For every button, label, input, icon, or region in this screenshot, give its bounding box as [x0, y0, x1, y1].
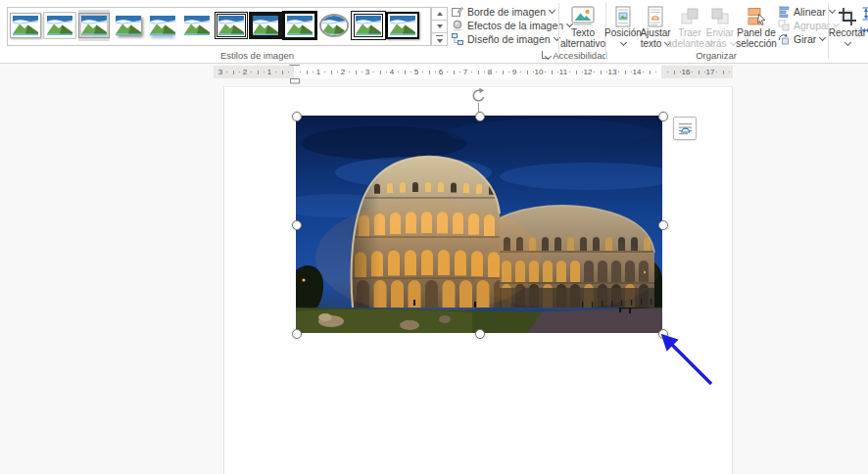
picture-effects-icon: [452, 20, 463, 31]
resize-handle-top-left[interactable]: [292, 112, 302, 121]
picture-border-label: Borde de imagen: [467, 6, 546, 18]
accessibility-group-label: Accesibilidad: [550, 50, 610, 61]
picture-layout-button[interactable]: Diseño de imagen: [452, 32, 559, 45]
ruler-number: 16: [681, 68, 691, 76]
picture-styles-group-label: Estilos de imagen: [176, 50, 338, 61]
ruler-number: 12: [583, 68, 593, 76]
alt-text-icon: [571, 6, 595, 26]
bring-forward-button: Traer adelante: [674, 4, 705, 49]
ruler-number: 9: [509, 68, 519, 76]
chevron-down-icon: [619, 38, 626, 45]
gallery-scroll-up-button[interactable]: [431, 7, 448, 21]
shape-width-spinner[interactable]: [860, 24, 868, 37]
ruler-number: 5: [411, 68, 421, 76]
left-indent-marker[interactable]: [290, 78, 300, 84]
ruler-number: 2: [338, 68, 348, 76]
crop-icon: [838, 7, 857, 26]
selection-pane-label-2: selección: [736, 39, 777, 50]
selection-pane-icon: [746, 6, 767, 27]
picture-effects-label: Efectos de la imagen: [467, 20, 563, 31]
alt-text-label-1: Texto: [571, 28, 595, 39]
resize-handle-bottom-center[interactable]: [475, 329, 485, 339]
triangle-up-icon: [437, 12, 443, 16]
ruler-number: 11: [558, 68, 568, 76]
organize-group-label: Organizar: [647, 50, 786, 61]
picture-style-drop-shadow[interactable]: [113, 10, 144, 41]
picture-style-thick-black[interactable]: [250, 10, 281, 41]
picture-style-soft-edge[interactable]: [181, 10, 213, 41]
alt-text-button[interactable]: Texto alternativo: [560, 4, 605, 49]
picture-effects-button[interactable]: Efectos de la imagen: [452, 19, 572, 31]
shape-height-spinner[interactable]: [860, 7, 868, 21]
picture-style-framed-black[interactable]: [387, 10, 418, 41]
rotate-button[interactable]: Girar: [778, 32, 825, 45]
group-label: Agrupar: [794, 20, 830, 31]
ruler-number: 2: [240, 68, 250, 76]
picture-border-icon: [452, 6, 463, 18]
triangle-down-icon: [437, 24, 443, 28]
picture-style-double-black[interactable]: [216, 10, 247, 41]
position-label: Posición: [604, 28, 642, 39]
colosseum-photo: [296, 116, 662, 333]
bring-forward-label-2: adelante: [666, 38, 703, 49]
ruler-number: 8: [485, 68, 495, 76]
send-backward-label-2: atrás: [704, 38, 726, 49]
document-canvas: [0, 86, 868, 474]
send-backward-icon: [710, 7, 730, 26]
ruler-number: 10: [534, 68, 544, 76]
picture-style-reflection[interactable]: [147, 10, 178, 41]
resize-handle-top-center[interactable]: [475, 112, 485, 121]
rotate-icon: [778, 33, 790, 45]
picture-layout-label: Diseño de imagen: [467, 33, 551, 45]
selection-pane-label-1: Panel de: [737, 28, 775, 39]
wrap-text-icon: [646, 6, 665, 27]
align-button[interactable]: Alinear: [778, 5, 835, 18]
send-backward-button: Enviar atrás: [705, 4, 735, 49]
more-bar-icon: [436, 35, 443, 36]
layout-options-button[interactable]: [673, 117, 697, 140]
ruler-number: 1: [313, 68, 323, 76]
resize-handle-middle-left[interactable]: [292, 220, 302, 230]
group-objects-icon: [778, 20, 790, 31]
align-label: Alinear: [794, 6, 826, 18]
ruler-number: 3: [216, 68, 225, 76]
picture-style-simple-white[interactable]: [10, 10, 41, 41]
resize-handle-bottom-left[interactable]: [292, 329, 302, 339]
picture-border-button[interactable]: Borde de imagen: [452, 5, 555, 18]
position-button[interactable]: Posición: [607, 4, 639, 49]
layout-options-icon: [678, 121, 693, 135]
ruler-number: 7: [460, 68, 470, 76]
picture-style-beveled-white[interactable]: [44, 10, 75, 41]
picture-layout-icon: [452, 33, 463, 45]
picture-style-oval[interactable]: [318, 10, 350, 41]
resize-handle-middle-right[interactable]: [658, 220, 668, 230]
ruler-number: 1: [265, 68, 274, 76]
gallery-scroll-down-button[interactable]: [431, 20, 448, 33]
ruler-number: 4: [387, 68, 397, 76]
horizontal-ruler: 32112345678910111213141617: [0, 63, 868, 86]
annotation-arrow: [651, 327, 725, 396]
chevron-down-icon: [844, 38, 850, 45]
picture-styles-track: [10, 10, 418, 41]
align-icon: [778, 6, 790, 18]
ruler-number: 14: [632, 68, 642, 76]
selection-pane-button[interactable]: Panel de selección: [735, 4, 778, 49]
rotation-handle[interactable]: [470, 87, 487, 104]
bring-forward-icon: [680, 7, 699, 26]
gallery-more-button[interactable]: [431, 32, 448, 46]
triangle-down-icon: [437, 39, 443, 43]
picture-styles-gallery: [7, 7, 431, 46]
picture-style-metal-selected[interactable]: [78, 10, 110, 41]
wrap-text-label-2: texto: [641, 38, 662, 49]
resize-handle-top-right[interactable]: [658, 112, 668, 121]
selected-image[interactable]: [296, 116, 662, 333]
ruler-number: 17: [705, 68, 715, 76]
ruler-number: 3: [362, 68, 372, 76]
alt-text-label-2: alternativo: [560, 39, 605, 50]
ruler-number: 6: [436, 68, 446, 76]
picture-style-black-matte[interactable]: [284, 10, 315, 41]
rotate-label: Girar: [794, 33, 816, 45]
chevron-down-icon: [819, 34, 826, 41]
picture-style-compound-black[interactable]: [353, 10, 384, 41]
picture-format-ribbon: Borde de imagen Efectos de la imagen Dis…: [0, 0, 868, 64]
